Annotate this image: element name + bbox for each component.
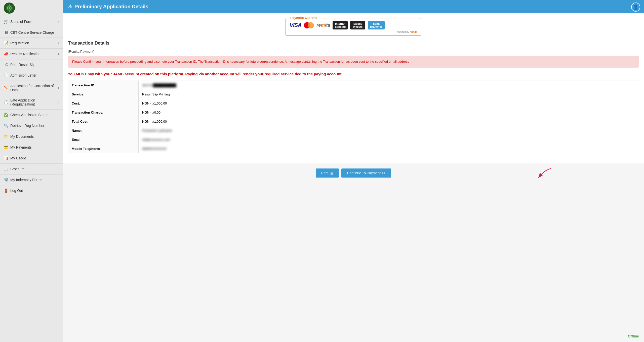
table-row: Transaction ID: 201742██████████ [68,81,639,90]
table-cell-value: Result Slip Printing [139,90,639,99]
table-cell-label: Name: [68,126,139,135]
table-cell-value: NGN - #1,000.00 [139,117,639,126]
table-row: Service: Result Slip Printing [68,90,639,99]
user-avatar[interactable]: 👤 [631,3,640,12]
sidebar-item-check-admission[interactable]: ✅ Check Admission Status [0,110,63,120]
check-icon: ✅ [4,113,8,117]
content-area: Payment Options VISA remita InternetBank… [63,13,644,163]
blurred-name: Firstname Lastname [142,129,172,132]
sidebar-item-print-result[interactable]: 🖨 Print Result Slip [0,59,63,70]
sidebar-item-label: Application for Correction of Data [10,84,56,92]
mobile-wallets-btn: MobileWallets [350,21,365,29]
usage-icon: 📊 [4,156,8,160]
warning-icon: ⚠ [68,4,72,10]
chevron-icon: ‹ [58,20,59,23]
table-cell-value: NGN - #0.00 [139,108,639,117]
sidebar-item-label: Log Out [10,189,59,193]
sidebar-item-label: Sales of Form [10,20,56,24]
chevron-icon: ‹ [58,41,59,45]
sidebar-item-my-payments[interactable]: 💳 My Payments [0,142,63,153]
print-label: Print [321,171,329,175]
chevron-icon: ‹ [58,52,59,56]
sidebar-item-label: Print Result Slip [10,63,59,67]
table-row: Total Cost: NGN - #1,000.00 [68,117,639,126]
sidebar-item-label: Check Admission Status [10,113,59,117]
info-message-box: Please Confirm your Information before p… [68,56,639,67]
visa-logo: VISA [290,22,301,28]
table-cell-label: Transaction ID: [68,81,139,90]
results-icon: 📣 [4,52,8,56]
indemnity-icon: ⚙️ [4,178,8,182]
sidebar-item-label: Registration [10,41,56,45]
svg-point-2 [9,7,10,9]
logout-icon: 🚪 [4,188,8,193]
transaction-table: Transaction ID: 201742██████████ Service… [68,81,639,153]
mastercard-logo [304,22,314,28]
documents-icon: 📁 [4,134,8,139]
table-cell-label: Mobile Telephone: [68,144,139,153]
table-cell-value: old@xxxxxxxx.com [139,135,639,144]
buttons-row: Print 🖨 Continue To Payment >> [63,163,644,183]
bank-branches-btn: BankBranches [368,21,384,29]
sidebar-item-label: Admission Letter [10,73,59,77]
offline-badge: Offline [628,334,639,338]
internet-banking-btn: InternetBanking [333,21,348,29]
sidebar-item-label: CBT Centre Service Charge [10,30,59,35]
table-row: Cost: NGN - #1,000.00 [68,99,639,108]
sidebar-item-application-correction[interactable]: ✏️ Application for Correction of Data ‹ [0,81,63,95]
payment-options-box: Payment Options VISA remita InternetBank… [286,18,421,36]
sidebar-item-label: My Indemnity Forms [10,178,59,182]
powered-by-row: Powered by remita [290,30,417,33]
table-cell-value: 08065XXXXXXX [139,144,639,153]
arrow-annotation [526,166,556,182]
sidebar-item-label: Late Application (Regularisation) [10,98,56,106]
table-cell-value: NGN - #1,000.00 [139,99,639,108]
continue-label: Continue To Payment >> [347,171,386,175]
sidebar-item-late-application[interactable]: 🕐 Late Application (Regularisation) ‹ [0,95,63,110]
page-header: ⚠ Preliminary Application Details ⌄ [63,0,644,13]
table-cell-label: Email: [68,135,139,144]
blurred-transaction-id: 201742██████████ [142,83,176,87]
blurred-phone: 08065XXXXXXX [142,147,167,151]
table-cell-label: Service: [68,90,139,99]
header-title-text: Preliminary Application Details [74,4,148,10]
sidebar-item-label: My Payments [10,145,59,149]
payment-options-container: Payment Options VISA remita InternetBank… [68,18,639,36]
sales-icon: 🛒 [4,19,8,24]
correction-icon: ✏️ [4,86,8,90]
sidebar-item-my-indemnity[interactable]: ⚙️ My Indemnity Forms [0,175,63,185]
brochure-icon: 📖 [4,167,8,171]
continue-payment-button[interactable]: Continue To Payment >> [341,168,391,178]
chevron-icon: ‹ [58,86,59,90]
page-title: ⚠ Preliminary Application Details [68,4,148,10]
table-row: Name: Firstname Lastname [68,126,639,135]
sidebar-item-sales-of-form[interactable]: 🛒 Sales of Form ‹ [0,16,63,27]
table-cell-value: 201742██████████ [139,81,639,90]
sidebar-item-retrieve-reg[interactable]: 🔍 Retrieve Reg Number [0,120,63,131]
print-button[interactable]: Print 🖨 [316,168,339,178]
table-cell-label: Cost: [68,99,139,108]
info-message-text: Please Confirm your Information before p… [72,60,409,63]
table-cell-label: Transaction Charge: [68,108,139,117]
sidebar-item-label: My Usage [10,156,59,160]
registration-icon: 📝 [4,41,8,45]
sidebar-item-brochure[interactable]: 📖 Brochure [0,164,63,175]
sidebar-item-results-notification[interactable]: 📣 Results Notification ‹ [0,49,63,59]
sidebar-item-registration[interactable]: 📝 Registration ‹ [0,38,63,49]
print-icon: 🖨 [4,62,8,67]
transaction-details-title: Transaction Details [68,41,639,46]
blurred-email: old@xxxxxxxx.com [142,138,170,142]
sidebar-item-my-documents[interactable]: 📁 My Documents [0,131,63,142]
remita-logo: remita [316,23,330,28]
sidebar-item-logout[interactable]: 🚪 Log Out [0,185,63,196]
logo-icon [4,3,15,14]
table-row: Email: old@xxxxxxxx.com [68,135,639,144]
payment-options-label: Payment Options [289,16,319,20]
sidebar-item-label: Results Notification [10,52,56,56]
sidebar-item-admission-letter[interactable]: 📄 Admission Letter [0,70,63,81]
printer-icon: 🖨 [330,171,333,175]
chevron-icon: ‹ [58,100,59,104]
cbt-icon: 🖥 [4,30,8,35]
sidebar-item-my-usage[interactable]: 📊 My Usage [0,153,63,164]
sidebar-item-cbt[interactable]: 🖥 CBT Centre Service Charge [0,27,63,38]
